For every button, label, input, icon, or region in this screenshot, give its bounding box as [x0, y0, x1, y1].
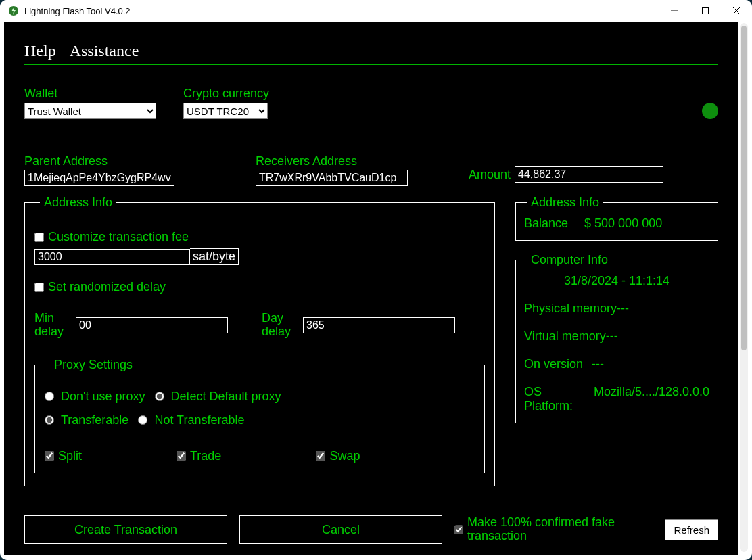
balance-fieldset: Address Info Balance $ 500 000 000: [515, 195, 718, 241]
app-icon: [8, 5, 19, 16]
trade-label: Trade: [190, 449, 221, 463]
day-delay-label: Daydelay: [262, 312, 291, 339]
titlebar: Lightning Flash Tool V4.0.2: [0, 0, 752, 22]
phys-mem-val: ---: [617, 302, 629, 316]
phys-mem-key: Physical memory: [524, 302, 617, 316]
address-info-fieldset: Address Info Customize transaction fee s…: [24, 195, 495, 486]
customize-fee-checkbox[interactable]: [34, 233, 44, 242]
virt-mem-val: ---: [606, 329, 618, 344]
confirm-fake-checkbox[interactable]: [454, 525, 463, 534]
on-version-key: On version: [524, 357, 592, 371]
transferable-radio[interactable]: [45, 415, 54, 425]
cancel-button[interactable]: Cancel: [239, 515, 442, 544]
min-delay-input[interactable]: [76, 317, 228, 333]
swap-checkbox[interactable]: [316, 451, 325, 461]
confirm-fake-label: Make 100% confirmed fake transaction: [467, 516, 653, 543]
os-platform-val: Mozilla/5..../128.0.0.0: [594, 385, 709, 413]
not-transferable-radio[interactable]: [138, 415, 147, 425]
transferable-label: Transferable: [61, 413, 128, 427]
swap-label: Swap: [329, 449, 360, 463]
crypto-label: Crypto currency: [183, 87, 269, 101]
not-transferable-label: Not Transferable: [154, 413, 244, 427]
dont-use-proxy-label: Don't use proxy: [61, 390, 145, 404]
detect-proxy-label: Detect Default proxy: [171, 390, 281, 404]
fee-unit-label: sat/byte: [190, 248, 239, 265]
balance-value: $ 500 000 000: [584, 216, 662, 231]
amount-input[interactable]: [515, 166, 663, 183]
svg-rect-2: [703, 8, 709, 14]
wallet-select[interactable]: Trust Wallet: [24, 103, 156, 119]
vertical-scrollbar[interactable]: [740, 23, 748, 552]
client-area: Help Assistance Wallet Trust Wallet Cryp…: [4, 22, 738, 555]
computer-legend: Computer Info: [527, 253, 612, 267]
trade-checkbox[interactable]: [177, 451, 186, 461]
refresh-button[interactable]: Refresh: [665, 519, 718, 540]
close-button[interactable]: [721, 0, 752, 22]
proxy-settings-fieldset: Proxy Settings Don't use proxy Detect De…: [34, 358, 485, 473]
amount-label: Amount: [469, 168, 511, 182]
scroll-thumb[interactable]: [741, 26, 747, 350]
balance-legend: Address Info: [527, 195, 603, 210]
menu-assistance[interactable]: Assistance: [70, 42, 139, 60]
app-window: Lightning Flash Tool V4.0.2 Help Assista…: [0, 0, 752, 560]
computer-info-fieldset: Computer Info 31/8/2024 - 11:1:14 Physic…: [515, 253, 718, 423]
minimize-button[interactable]: [659, 0, 690, 22]
crypto-select[interactable]: USDT TRC20: [183, 103, 268, 119]
os-platform-key: OS Platform:: [524, 385, 594, 413]
fee-input[interactable]: [34, 249, 190, 265]
status-indicator-icon: [702, 103, 718, 119]
random-delay-checkbox[interactable]: [34, 283, 44, 292]
parent-address-input[interactable]: [24, 170, 174, 186]
receiver-address-label: Receivers Address: [256, 154, 408, 168]
maximize-button[interactable]: [690, 0, 721, 22]
menu-help[interactable]: Help: [24, 42, 56, 60]
min-delay-label: Mindelay: [34, 312, 64, 339]
dont-use-proxy-radio[interactable]: [45, 392, 54, 401]
address-info-legend: Address Info: [40, 195, 116, 210]
parent-address-label: Parent Address: [24, 154, 174, 168]
random-delay-label: Set randomized delay: [48, 280, 166, 294]
customize-fee-label: Customize transaction fee: [48, 230, 189, 244]
wallet-label: Wallet: [24, 87, 156, 101]
proxy-legend: Proxy Settings: [50, 358, 137, 372]
create-transaction-button[interactable]: Create Transaction: [24, 515, 227, 544]
virt-mem-key: Virtual memory: [524, 329, 606, 344]
on-version-val: ---: [592, 357, 604, 371]
computer-datetime: 31/8/2024 - 11:1:14: [524, 274, 709, 288]
split-checkbox[interactable]: [45, 451, 54, 461]
window-title: Lightning Flash Tool V4.0.2: [24, 6, 131, 16]
receiver-address-input[interactable]: [256, 170, 408, 186]
day-delay-input[interactable]: [303, 317, 455, 333]
menu-bar: Help Assistance: [24, 42, 718, 65]
balance-label: Balance: [524, 216, 568, 231]
split-label: Split: [58, 449, 82, 463]
detect-proxy-radio[interactable]: [155, 392, 164, 401]
